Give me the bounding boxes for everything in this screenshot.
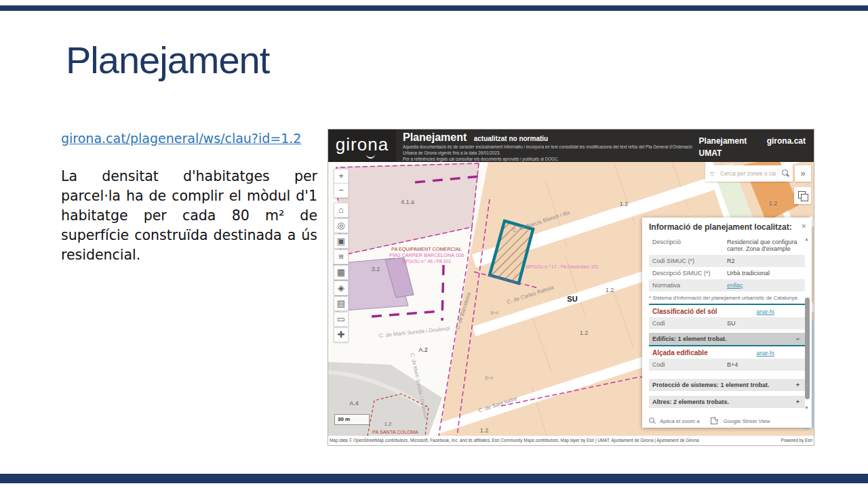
girona-logo[interactable]: girona [328,129,396,162]
measure-button[interactable]: ▭ [334,312,349,327]
zone-label: 1.2 [384,421,391,427]
row-value: B+4 [726,359,805,371]
zone-label-su: SU [567,295,577,303]
zoom-out-button[interactable]: − [334,183,349,198]
panel-footer: Aplica el zoom a Google Street View [649,418,770,424]
section-edificis[interactable]: Edificis: 1 element trobat. − [649,333,805,345]
zone-label: 1.2 [580,329,589,336]
group-title: Alçada edificable [652,349,708,357]
zone-label: 1.2 [769,200,778,207]
page-title: Planejament [66,38,269,82]
panel-footnote: * Sistema d'informació del planejament u… [649,291,805,304]
row-label: Descripció [649,236,726,255]
section-label: Edificis: 1 element trobat. [652,336,727,342]
close-icon[interactable]: × [801,221,806,231]
attribute-row: Descripció SIMUC (*) Urbà tradicional [649,267,805,279]
girona-link[interactable]: girona.cat/plageneral/ws/clau?id=1.2 [61,131,301,146]
panel-scrollbar[interactable] [805,298,810,399]
basemap-gallery-button[interactable] [794,187,811,204]
zoom-in-button[interactable]: + [334,169,349,184]
header-right-site[interactable]: girona.cat [767,136,806,146]
row-label: Normativa [649,279,726,291]
app-header-titles: Planejament actualitzat no normatiu Aque… [403,131,694,162]
app-title: Planejament [403,131,467,143]
info-panel-title: Informació de planejament localitzat: [649,222,805,232]
home-button[interactable]: ⌂ [334,203,349,218]
plan-label: PA SANTA COLOMA [372,429,418,435]
anar-hi-link[interactable]: anar-hi [757,350,774,357]
row-label: Codi SIMUC (*) [649,255,726,267]
zone-label: 1.2 [620,201,629,207]
expand-search-button[interactable]: » [795,165,811,182]
map-canvas[interactable]: 4.1.a PA EQUIPAMENT COMERCIAL PMU CARRER… [328,162,814,436]
attribute-row: Descripció Residencial que configura car… [649,236,805,255]
basemap-grid-button[interactable]: ▦ [334,265,349,280]
attribute-row: Codi SU [649,317,805,329]
info-panel: Informació de planejament localitzat: × … [642,218,812,428]
street-view-icon [711,418,717,424]
zone-label: 1.2 [606,287,614,293]
zoom-to-link[interactable]: Aplica el zoom a [660,418,700,424]
attribute-row: Codi B+4 [649,359,805,371]
group-title: Classificació del sòl [652,308,717,315]
scroll-up-icon[interactable]: ▲ [804,237,809,241]
height-code-label: B+4 [485,375,493,380]
header-right-umat: UMAT [699,147,806,159]
search-input[interactable] [719,169,777,178]
legend-button[interactable]: ≡ [334,249,349,264]
app-header: girona Planejament actualitzat no normat… [328,129,814,162]
row-label: Codi [649,317,726,329]
expand-icon[interactable]: + [796,399,800,405]
group-heading: Classificació del sòl anar-hi [649,304,805,317]
header-right-title: Planejament [699,136,747,146]
disclaimer-line-1: Aquesta documentació és de caràcter excl… [403,144,694,156]
locate-button[interactable]: ◎ [334,218,349,233]
row-label: Descripció SIMUC (*) [649,267,726,279]
section-proteccio[interactable]: Protecció de sistemes: 1 element trobat.… [649,379,805,391]
attribute-row: Codi SIMUC (*) R2 [649,255,805,267]
girona-logo-text: girona [336,134,389,155]
extent-button[interactable]: ▣ [334,234,349,249]
scroll-down-icon[interactable]: ▼ [804,405,809,410]
presentation-slide: Planejament girona.cat/plageneral/ws/cla… [0,0,868,488]
zone-label: A.4 [349,400,359,407]
row-value: Residencial que configura carrer. Zona d… [726,236,805,255]
basemap-gallery-icon [798,191,806,199]
normativa-link[interactable]: enllaç [726,279,805,291]
group-heading: Alçada edificable anar-hi [649,345,805,359]
print-button[interactable]: ▤ [334,296,349,311]
pan-button[interactable]: ✚ [334,327,349,342]
section-altres[interactable]: Altres: 2 elements trobats. + [649,396,805,408]
powered-by-esri: Powered by Esri [778,436,812,445]
zone-label: 4.1.a [401,199,414,205]
search-submit-button[interactable] [777,165,793,182]
disclaimer-line-2: Per a referències legals cal consultar e… [403,156,694,162]
zone-label: 1.2 [480,427,489,434]
scale-bar: 30 m [334,414,370,425]
section-label: Altres: 2 elements trobats. [652,399,729,405]
planejament-app-window: girona Planejament actualitzat no normat… [328,129,814,446]
layers-button[interactable]: ◈ [334,281,349,296]
height-code-label: B+4 [490,310,498,315]
attribute-row: Normativa enllaç [649,279,805,291]
search-dropdown-caret-icon[interactable]: ▽ [705,171,719,177]
row-value: Urbà tradicional [726,267,805,279]
row-value: SU [726,317,805,329]
plan-label: MPGOU n.º 17 - PA Dausinbeu 101 [526,264,598,269]
map-attribution: Map data © OpenStreetMap contributors, M… [328,436,814,445]
zoom-to-icon [649,418,656,424]
plan-label: PA EQUIPAMENT COMERCIAL [391,246,462,252]
body-paragraph: La densitat d'habitatges per parcel·la h… [61,167,317,266]
search-bar[interactable]: ▽ [705,165,793,182]
plan-label: MPGOU n.º 46 / PA 101 [402,259,451,264]
anar-hi-link[interactable]: anar-hi [757,308,774,315]
row-value: R2 [726,255,805,267]
plan-label: PMU CARRER BARCELONA 106 [389,252,464,258]
collapse-icon[interactable]: − [796,336,800,342]
attribution-text: Map data © OpenStreetMap contributors, M… [330,438,699,443]
search-icon [782,169,788,176]
street-view-link[interactable]: Google Street View [724,418,770,424]
bottom-accent-bar [0,474,868,483]
expand-icon[interactable]: + [796,382,800,388]
zone-label: 3.2 [372,266,380,272]
